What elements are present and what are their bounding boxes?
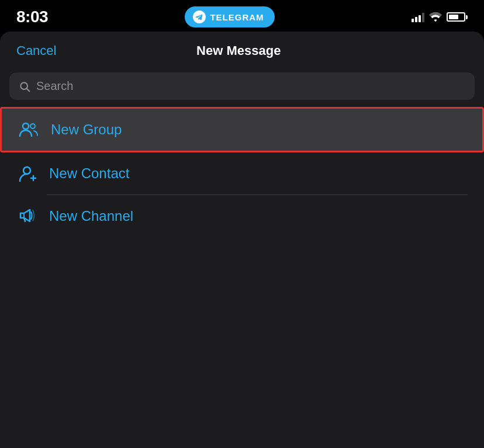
menu-list: New Group New Contact [0, 107, 484, 448]
new-group-item[interactable]: New Group [0, 107, 484, 152]
new-channel-label: New Channel [49, 208, 133, 224]
search-icon [19, 81, 30, 92]
channel-icon-svg [17, 206, 37, 226]
signal-icon [412, 12, 424, 22]
telegram-badge: TELEGRAM [185, 6, 274, 27]
new-group-label: New Group [51, 121, 122, 138]
new-message-sheet: Cancel New Message Search [0, 32, 484, 448]
svg-point-2 [23, 123, 29, 129]
new-contact-item[interactable]: New Contact [0, 152, 484, 195]
channel-icon [16, 206, 37, 227]
search-bar[interactable]: Search [9, 72, 475, 100]
new-channel-item[interactable]: New Channel [0, 195, 484, 237]
telegram-icon [193, 11, 206, 23]
status-icons [412, 12, 468, 22]
status-time: 8:03 [16, 8, 48, 26]
svg-point-3 [30, 124, 35, 129]
contact-icon-svg [17, 164, 37, 183]
sheet-title: New Message [196, 43, 281, 58]
status-bar: 8:03 TELEGRAM [0, 0, 484, 32]
app-name-label: TELEGRAM [210, 12, 264, 22]
svg-point-4 [23, 167, 30, 174]
wifi-icon [429, 12, 442, 22]
group-icon [18, 119, 39, 140]
contact-icon [16, 163, 37, 184]
svg-line-1 [27, 88, 30, 91]
sheet-header: Cancel New Message [0, 32, 484, 68]
group-icon-svg [19, 120, 39, 140]
search-placeholder: Search [36, 79, 73, 93]
cancel-button[interactable]: Cancel [16, 43, 56, 58]
new-contact-label: New Contact [49, 165, 129, 182]
battery-icon [447, 12, 468, 22]
search-bar-wrapper: Search [0, 68, 484, 107]
